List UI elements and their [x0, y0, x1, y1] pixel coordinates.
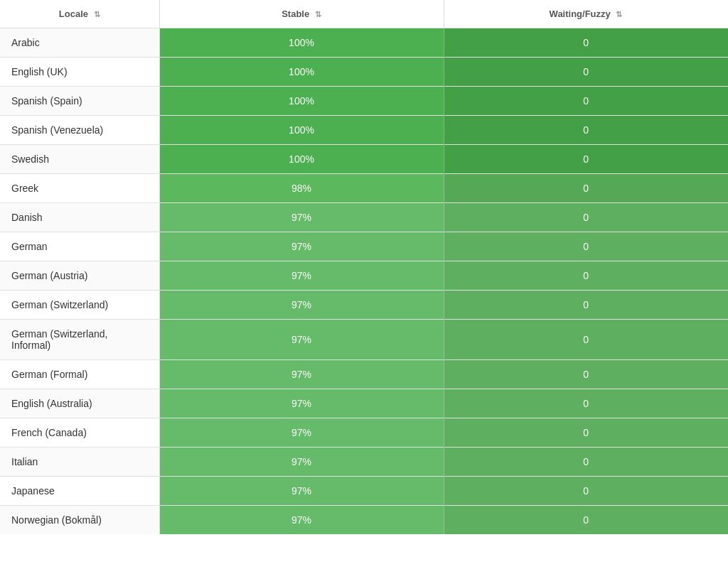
- stable-cell: 97%: [159, 261, 444, 291]
- waiting-cell: 0: [444, 291, 728, 320]
- stable-cell: 97%: [159, 232, 444, 261]
- waiting-cell: 0: [444, 477, 728, 506]
- table-row: English (UK) 100% 0: [0, 58, 728, 87]
- locale-header[interactable]: Locale ⇅: [0, 0, 159, 28]
- waiting-cell: 0: [444, 389, 728, 418]
- waiting-cell: 0: [444, 203, 728, 232]
- table-row: German (Switzerland, Informal) 97% 0: [0, 320, 728, 360]
- stable-cell: 97%: [159, 203, 444, 232]
- locale-sort-icon[interactable]: ⇅: [94, 10, 100, 19]
- waiting-cell: 0: [444, 174, 728, 203]
- stable-cell: 100%: [159, 145, 444, 174]
- translation-table-container: Locale ⇅ Stable ⇅ Waiting/Fuzzy ⇅ Arabic…: [0, 0, 728, 534]
- table-row: Spanish (Venezuela) 100% 0: [0, 116, 728, 145]
- table-row: Norwegian (Bokmål) 97% 0: [0, 506, 728, 535]
- table-row: English (Australia) 97% 0: [0, 389, 728, 418]
- stable-cell: 97%: [159, 320, 444, 360]
- stable-cell: 97%: [159, 506, 444, 535]
- stable-cell: 100%: [159, 28, 444, 58]
- stable-cell: 97%: [159, 291, 444, 320]
- locale-cell: Arabic: [0, 28, 159, 58]
- locale-cell: German (Switzerland): [0, 291, 159, 320]
- table-row: Italian 97% 0: [0, 448, 728, 477]
- locale-cell: Danish: [0, 203, 159, 232]
- locale-header-label: Locale: [59, 9, 88, 19]
- waiting-cell: 0: [444, 232, 728, 261]
- table-row: German (Switzerland) 97% 0: [0, 291, 728, 320]
- locale-cell: German (Austria): [0, 261, 159, 291]
- waiting-cell: 0: [444, 145, 728, 174]
- stable-cell: 97%: [159, 448, 444, 477]
- waiting-cell: 0: [444, 58, 728, 87]
- stable-header[interactable]: Stable ⇅: [159, 0, 444, 28]
- locale-cell: Greek: [0, 174, 159, 203]
- table-row: Greek 98% 0: [0, 174, 728, 203]
- waiting-sort-icon[interactable]: ⇅: [616, 10, 622, 19]
- locale-cell: German: [0, 232, 159, 261]
- waiting-cell: 0: [444, 320, 728, 360]
- locale-cell: Japanese: [0, 477, 159, 506]
- waiting-cell: 0: [444, 87, 728, 116]
- table-row: German 97% 0: [0, 232, 728, 261]
- stable-cell: 97%: [159, 360, 444, 389]
- waiting-header[interactable]: Waiting/Fuzzy ⇅: [444, 0, 728, 28]
- locale-cell: Spanish (Spain): [0, 87, 159, 116]
- waiting-header-label: Waiting/Fuzzy: [550, 9, 611, 19]
- stable-cell: 100%: [159, 116, 444, 145]
- stable-cell: 100%: [159, 58, 444, 87]
- waiting-cell: 0: [444, 418, 728, 448]
- waiting-cell: 0: [444, 28, 728, 58]
- table-row: German (Formal) 97% 0: [0, 360, 728, 389]
- table-header-row: Locale ⇅ Stable ⇅ Waiting/Fuzzy ⇅: [0, 0, 728, 28]
- waiting-cell: 0: [444, 261, 728, 291]
- stable-cell: 98%: [159, 174, 444, 203]
- stable-cell: 100%: [159, 87, 444, 116]
- table-row: German (Austria) 97% 0: [0, 261, 728, 291]
- waiting-cell: 0: [444, 116, 728, 145]
- table-row: Swedish 100% 0: [0, 145, 728, 174]
- table-row: Danish 97% 0: [0, 203, 728, 232]
- locale-cell: Italian: [0, 448, 159, 477]
- table-row: French (Canada) 97% 0: [0, 418, 728, 448]
- stable-sort-icon[interactable]: ⇅: [315, 10, 321, 19]
- stable-cell: 97%: [159, 389, 444, 418]
- table-row: Japanese 97% 0: [0, 477, 728, 506]
- waiting-cell: 0: [444, 360, 728, 389]
- waiting-cell: 0: [444, 506, 728, 535]
- translation-table: Locale ⇅ Stable ⇅ Waiting/Fuzzy ⇅ Arabic…: [0, 0, 728, 534]
- stable-cell: 97%: [159, 477, 444, 506]
- table-row: Arabic 100% 0: [0, 28, 728, 58]
- locale-cell: Spanish (Venezuela): [0, 116, 159, 145]
- locale-cell: French (Canada): [0, 418, 159, 448]
- locale-cell: English (UK): [0, 58, 159, 87]
- waiting-cell: 0: [444, 448, 728, 477]
- locale-cell: English (Australia): [0, 389, 159, 418]
- stable-header-label: Stable: [282, 9, 309, 19]
- locale-cell: German (Switzerland, Informal): [0, 320, 159, 360]
- locale-cell: Norwegian (Bokmål): [0, 506, 159, 535]
- locale-cell: Swedish: [0, 145, 159, 174]
- stable-cell: 97%: [159, 418, 444, 448]
- locale-cell: German (Formal): [0, 360, 159, 389]
- table-row: Spanish (Spain) 100% 0: [0, 87, 728, 116]
